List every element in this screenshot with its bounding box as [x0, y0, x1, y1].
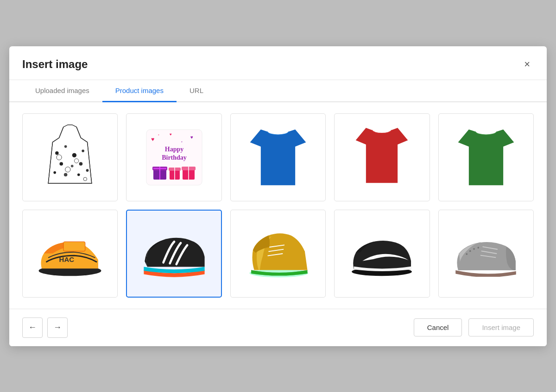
close-button[interactable]: ×	[520, 56, 534, 72]
svg-point-7	[54, 171, 57, 174]
svg-point-0	[55, 151, 59, 155]
prev-button[interactable]: ←	[22, 317, 43, 338]
image-cell-shoe-nike[interactable]	[334, 210, 430, 298]
insert-image-button[interactable]: Insert image	[468, 318, 534, 336]
svg-point-43	[473, 248, 475, 249]
modal-overlay: Insert image × Uploaded images Product i…	[0, 0, 556, 392]
svg-point-42	[469, 250, 471, 252]
dress-icon	[42, 123, 98, 192]
modal-body: ♥ ♥ ♥ * * Happy Birthday	[9, 102, 547, 309]
modal-title: Insert image	[22, 58, 88, 71]
shoe-grey-icon	[450, 230, 522, 277]
image-cell-tshirt-red[interactable]	[334, 113, 430, 201]
svg-point-8	[64, 173, 68, 176]
svg-point-6	[79, 162, 83, 166]
image-cell-shoe-grey[interactable]	[438, 210, 534, 298]
shoe-yellow-icon: HAC	[35, 229, 105, 278]
tab-product-images[interactable]: Product images	[102, 80, 177, 102]
tab-uploaded-images[interactable]: Uploaded images	[22, 80, 102, 102]
svg-point-5	[71, 164, 74, 167]
svg-point-2	[72, 153, 76, 157]
svg-text:♥: ♥	[151, 136, 154, 143]
modal-footer: ← → Cancel Insert image	[9, 309, 547, 346]
svg-point-44	[478, 247, 480, 249]
tab-url[interactable]: URL	[177, 80, 216, 102]
image-cell-tshirt-green[interactable]	[438, 113, 534, 201]
birthday-icon: ♥ ♥ ♥ * * Happy Birthday	[144, 127, 204, 187]
svg-text:Birthday: Birthday	[162, 154, 187, 161]
svg-point-9	[77, 173, 80, 176]
svg-text:♥: ♥	[190, 135, 193, 140]
svg-text:*: *	[158, 134, 159, 137]
next-button[interactable]: →	[47, 317, 68, 338]
svg-point-3	[82, 149, 85, 152]
image-grid: ♥ ♥ ♥ * * Happy Birthday	[22, 113, 534, 298]
tshirt-red-icon	[354, 124, 410, 191]
image-cell-shoe-adidas[interactable]	[126, 210, 221, 298]
svg-point-41	[466, 253, 468, 255]
image-cell-birthday[interactable]: ♥ ♥ ♥ * * Happy Birthday	[126, 113, 221, 201]
shoe-nike-icon	[347, 230, 417, 277]
tshirt-blue-icon	[248, 125, 308, 190]
svg-text:♥: ♥	[170, 132, 172, 137]
shoe-gold-icon	[243, 228, 313, 280]
tshirt-green-icon	[456, 125, 516, 190]
svg-rect-35	[63, 242, 85, 251]
svg-point-10	[86, 169, 89, 172]
svg-point-1	[64, 145, 67, 148]
insert-image-modal: Insert image × Uploaded images Product i…	[9, 46, 547, 346]
svg-point-4	[60, 162, 63, 166]
action-buttons: Cancel Insert image	[414, 318, 534, 336]
image-cell-tshirt-blue[interactable]	[230, 113, 326, 201]
shoe-adidas-icon	[139, 229, 209, 279]
image-cell-shoe-gold[interactable]	[230, 210, 326, 298]
svg-text:HAC: HAC	[59, 255, 75, 263]
svg-text:Happy: Happy	[164, 146, 183, 153]
svg-text:*: *	[181, 141, 183, 144]
pagination-nav: ← →	[22, 317, 68, 338]
tab-bar: Uploaded images Product images URL	[9, 80, 547, 102]
modal-header: Insert image ×	[9, 46, 547, 80]
image-cell-dress[interactable]	[22, 113, 118, 201]
cancel-button[interactable]: Cancel	[414, 318, 462, 336]
image-cell-shoe-yellow[interactable]: HAC	[22, 210, 118, 298]
